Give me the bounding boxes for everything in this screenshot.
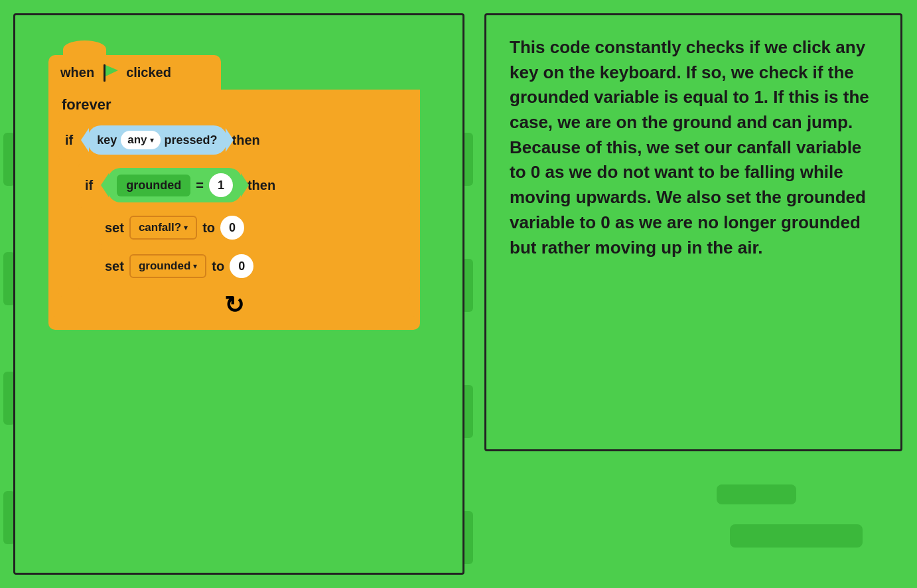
forever-label: forever (48, 90, 420, 120)
bottom-deco-2 (730, 524, 863, 548)
svg-marker-1 (106, 65, 118, 76)
set-canfall-block: set canfall? ▾ to 0 (98, 210, 410, 245)
left-panel: when clicked forever if (13, 13, 464, 575)
inner-then-label: then (247, 178, 275, 193)
repeat-arrow-container: ↺ (48, 297, 420, 317)
set-grounded-block: set grounded ▾ to 0 (98, 249, 410, 283)
set-grounded-label: set (105, 259, 124, 274)
grounded-var-pill[interactable]: grounded ▾ (129, 254, 206, 278)
grounded-var-inner: grounded (117, 175, 190, 196)
inner-if-block: if grounded = 1 (78, 163, 410, 291)
value-1: 1 (209, 173, 233, 197)
grounded-condition: grounded = 1 (107, 168, 242, 202)
inner-if-row: if grounded = 1 (78, 163, 410, 208)
bottom-deco-1 (717, 484, 796, 504)
key-pressed-condition: key any ▾ pressed? (88, 125, 226, 155)
any-dropdown[interactable]: any ▾ (121, 131, 160, 149)
equals-sign: = (196, 178, 204, 193)
to-grounded-label: to (212, 259, 224, 274)
clicked-label: clicked (126, 65, 171, 80)
outer-then-label: then (232, 133, 260, 148)
green-flag-icon (101, 63, 119, 82)
when-label: when (60, 65, 94, 80)
hat-block: when clicked (48, 55, 221, 90)
scratch-program: when clicked forever if (48, 55, 420, 330)
repeat-arrow-icon: ↺ (224, 291, 244, 319)
to-canfall-label: to (202, 220, 215, 236)
canfall-value: 0 (220, 216, 244, 240)
grounded-var-label: grounded (139, 259, 190, 273)
canfall-var-pill[interactable]: canfall? ▾ (129, 216, 197, 240)
outer-if-row: if key any ▾ pressed? (58, 120, 410, 160)
canfall-var-label: canfall? (139, 221, 181, 234)
outer-if-block: if key any ▾ pressed? (58, 120, 410, 297)
grounded-value: 0 (230, 254, 253, 278)
key-label: key (97, 133, 117, 147)
pressed-label: pressed? (165, 133, 218, 147)
forever-block: forever if key any ▾ (48, 90, 420, 330)
explanation-text: This code constantly checks if we click … (510, 35, 877, 260)
grounded-label-inner: grounded (126, 179, 181, 192)
inner-if-label: if (85, 178, 93, 193)
inner-if-body: set canfall? ▾ to 0 (98, 210, 410, 283)
grounded-dropdown-arrow-icon: ▾ (193, 261, 197, 271)
right-panel: This code constantly checks if we click … (484, 13, 902, 451)
any-label: any (127, 133, 147, 147)
outer-if-body: if grounded = 1 (78, 163, 410, 291)
set-canfall-label: set (105, 220, 124, 236)
outer-if-label: if (65, 133, 73, 148)
dropdown-arrow-icon: ▾ (150, 135, 154, 145)
canfall-dropdown-arrow-icon: ▾ (184, 223, 188, 232)
svg-rect-0 (104, 64, 106, 82)
